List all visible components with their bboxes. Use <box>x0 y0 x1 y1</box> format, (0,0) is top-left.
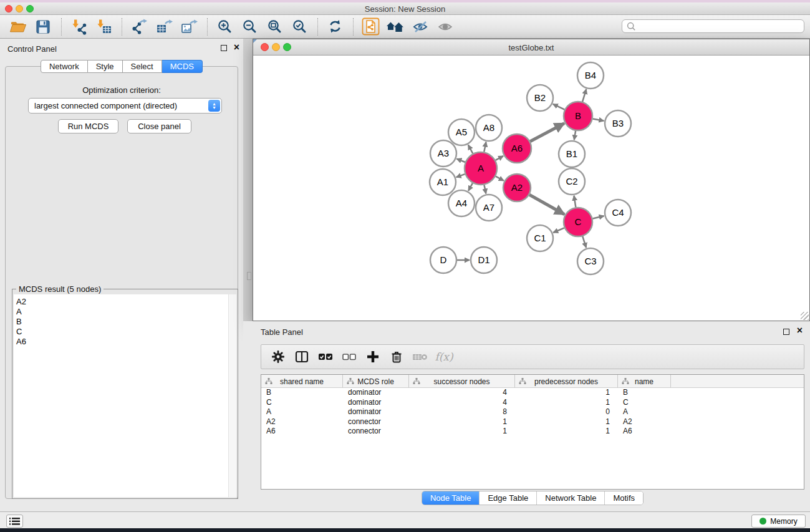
edge-B-B1[interactable] <box>574 131 576 140</box>
node-A1[interactable]: A1 <box>430 169 456 195</box>
table-cell[interactable]: A <box>618 407 671 417</box>
search-input[interactable] <box>637 22 804 31</box>
edge-A-A3[interactable] <box>456 159 465 162</box>
result-item[interactable]: B <box>16 317 236 327</box>
export-network-icon[interactable] <box>128 17 150 36</box>
edge-C-C2[interactable] <box>574 196 576 208</box>
home-view-icon[interactable] <box>385 17 406 36</box>
table-cell[interactable]: dominator <box>343 407 409 417</box>
tab-edge-table[interactable]: Edge Table <box>479 491 536 505</box>
search-box[interactable] <box>622 19 804 33</box>
edge-A-A4[interactable] <box>468 183 473 191</box>
node-B4[interactable]: B4 <box>577 62 604 89</box>
table-row[interactable]: A6connector11A6 <box>261 427 804 437</box>
node-D1[interactable]: D1 <box>471 247 497 273</box>
add-column-icon[interactable] <box>364 348 382 365</box>
node-B2[interactable]: B2 <box>527 85 553 111</box>
column-header-successor-nodes[interactable]: successor nodes <box>409 375 515 388</box>
table-row[interactable]: Bdominator41B <box>261 388 804 398</box>
result-item[interactable]: A2 <box>16 297 236 307</box>
scrollbar-nub[interactable] <box>247 272 251 280</box>
mcds-result-list[interactable]: A2ABCA6 <box>14 294 236 497</box>
import-table-icon[interactable] <box>93 17 114 36</box>
table-cell[interactable]: A6 <box>261 427 343 437</box>
table-cell[interactable]: 8 <box>409 407 515 417</box>
edge-B-B4[interactable] <box>582 89 586 102</box>
edge-A-A1[interactable] <box>456 174 465 177</box>
memory-button[interactable]: Memory <box>751 515 806 528</box>
tab-select[interactable]: Select <box>123 60 162 73</box>
node-A[interactable]: A <box>465 152 497 185</box>
close-table-panel-icon[interactable]: × <box>797 325 803 336</box>
save-session-icon[interactable] <box>32 17 54 36</box>
table-row[interactable]: Adominator80A <box>261 407 804 417</box>
float-table-panel-icon[interactable] <box>783 329 789 335</box>
table-cell[interactable]: C <box>618 398 671 408</box>
edge-B-B3[interactable] <box>593 118 604 120</box>
table-cell[interactable]: 1 <box>409 417 515 427</box>
table-cell[interactable]: A2 <box>261 417 343 427</box>
node-C[interactable]: C <box>564 208 592 236</box>
node-B[interactable]: B <box>564 102 592 130</box>
network-graph[interactable]: B4B2BB3B1A5A8A6A3AA1A2C2A4A7C4CC1C3DD1 <box>253 56 809 321</box>
window-resize-grip[interactable] <box>801 312 809 320</box>
table-cell[interactable]: 1 <box>515 417 618 427</box>
run-mcds-button[interactable]: Run MCDS <box>58 119 118 133</box>
delete-column-icon[interactable] <box>387 348 406 365</box>
table-cell[interactable]: C <box>261 398 343 408</box>
table-cell[interactable]: 1 <box>515 388 618 398</box>
tab-motifs[interactable]: Motifs <box>604 491 643 505</box>
table-cell[interactable]: dominator <box>343 398 409 408</box>
zoom-selected-icon[interactable] <box>289 17 310 36</box>
edge-A-A5[interactable] <box>468 145 473 153</box>
node-B3[interactable]: B3 <box>605 110 631 137</box>
node-A2[interactable]: A2 <box>503 174 531 201</box>
column-header-predecessor-nodes[interactable]: predecessor nodes <box>515 375 618 388</box>
table-row[interactable]: Cdominator41C <box>261 398 804 408</box>
node-A6[interactable]: A6 <box>503 134 531 163</box>
node-A7[interactable]: A7 <box>476 195 502 221</box>
zoom-in-icon[interactable] <box>214 17 235 36</box>
table-cell[interactable]: B <box>261 388 343 398</box>
criterion-dropdown[interactable]: largest connected component (directed) ▲… <box>28 98 222 114</box>
node-C3[interactable]: C3 <box>577 248 604 274</box>
export-table-icon[interactable] <box>153 17 175 36</box>
node-D[interactable]: D <box>430 247 456 273</box>
node-table[interactable]: shared nameMCDS rolesuccessor nodesprede… <box>261 374 804 490</box>
tab-network-table[interactable]: Network Table <box>536 491 604 505</box>
table-cell[interactable]: 1 <box>515 427 618 437</box>
result-item[interactable]: C <box>16 327 236 337</box>
zoom-out-icon[interactable] <box>239 17 260 36</box>
result-item[interactable]: A6 <box>16 337 236 347</box>
refresh-view-icon[interactable] <box>324 17 345 36</box>
tab-style[interactable]: Style <box>88 60 123 73</box>
edge-C-C3[interactable] <box>582 236 586 248</box>
node-A8[interactable]: A8 <box>476 115 502 141</box>
node-A4[interactable]: A4 <box>448 190 475 216</box>
column-header-name[interactable]: name <box>618 375 671 388</box>
table-cell[interactable]: 0 <box>515 407 618 417</box>
column-header-shared-name[interactable]: shared name <box>261 375 343 388</box>
deselect-all-rows-icon[interactable] <box>340 348 359 365</box>
tab-node-table[interactable]: Node Table <box>422 491 480 505</box>
split-columns-icon[interactable] <box>292 348 311 365</box>
table-cell[interactable]: dominator <box>343 388 409 398</box>
table-cell[interactable]: connector <box>343 427 409 437</box>
table-cell[interactable]: 1 <box>515 398 618 408</box>
table-cell[interactable]: 4 <box>409 398 515 408</box>
close-panel-button[interactable]: Close panel <box>127 119 191 133</box>
table-cell[interactable]: 4 <box>409 388 515 398</box>
close-panel-icon[interactable]: × <box>234 41 239 54</box>
edge-A-A6[interactable] <box>496 156 503 160</box>
tab-mcds[interactable]: MCDS <box>162 60 203 73</box>
edge-A-A7[interactable] <box>484 185 486 193</box>
open-session-file-icon[interactable] <box>360 17 381 36</box>
table-cell[interactable]: A <box>261 407 343 417</box>
task-history-button[interactable] <box>6 515 23 528</box>
open-session-icon[interactable] <box>7 17 29 36</box>
table-cell[interactable]: A2 <box>618 417 671 427</box>
edge-C-C4[interactable] <box>592 216 604 218</box>
show-panel-icon[interactable] <box>435 17 456 36</box>
column-header-MCDS-role[interactable]: MCDS role <box>343 375 409 388</box>
node-A5[interactable]: A5 <box>448 119 475 145</box>
